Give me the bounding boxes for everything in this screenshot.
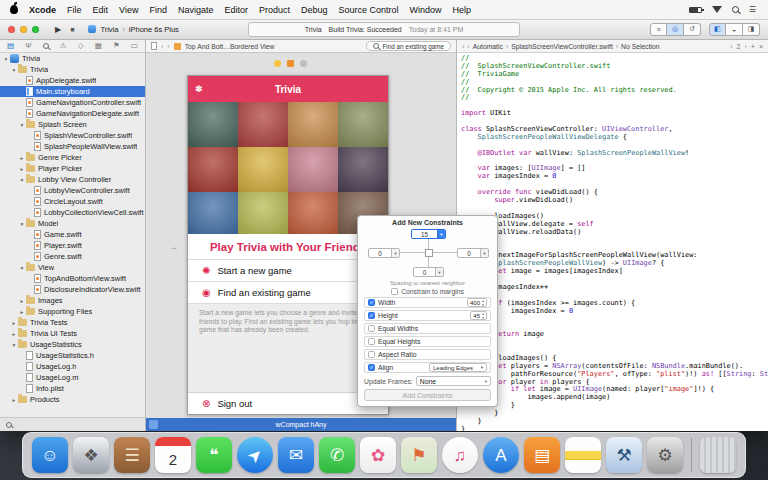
add-assistant-icon[interactable]: + xyxy=(751,43,755,50)
disclosure-icon[interactable]: ▾ xyxy=(10,342,18,348)
constraint-option-width[interactable]: ✓Width400▴ ▾ xyxy=(364,297,491,308)
apple-menu-icon[interactable] xyxy=(10,5,18,14)
menu-item-product[interactable]: Product xyxy=(259,5,290,15)
dock-facetime-icon[interactable]: ✆ xyxy=(319,437,355,473)
tree-item-trivia-tests[interactable]: ▸Trivia Tests xyxy=(0,317,145,328)
tree-item-lobbycollectionviewcell-swift[interactable]: LobbyCollectionViewCell.swift xyxy=(0,207,145,218)
constraint-option-equal-heights[interactable]: Equal Heights xyxy=(364,336,491,347)
wifi-icon[interactable] xyxy=(712,6,722,13)
checkbox-icon[interactable]: ✓ xyxy=(368,312,375,319)
jumpbar-scope[interactable]: Automatic xyxy=(473,43,503,50)
photo-wall[interactable] xyxy=(188,102,388,234)
disclosure-icon[interactable]: ▸ xyxy=(10,331,18,337)
tree-item-splashviewcontroller-swift[interactable]: SplashViewController.swift xyxy=(0,130,145,141)
checkbox-icon[interactable]: ✓ xyxy=(368,364,375,371)
dock-launchpad-icon[interactable]: ❖ xyxy=(73,437,109,473)
scene-nav-bar[interactable]: ✽ Trivia xyxy=(188,76,388,102)
tree-item-trivia-ui-tests[interactable]: ▸Trivia UI Tests xyxy=(0,328,145,339)
constraint-option-height[interactable]: ✓Height45▴ ▾ xyxy=(364,310,491,321)
value-stepper[interactable]: 45▴ ▾ xyxy=(470,311,487,320)
disclosure-icon[interactable]: ▸ xyxy=(10,320,18,326)
disclosure-icon[interactable]: ▾ xyxy=(10,67,18,73)
tree-item-info-plist[interactable]: Info.plist xyxy=(0,383,145,394)
menu-item-file[interactable]: File xyxy=(67,5,82,15)
menu-item-source-control[interactable]: Source Control xyxy=(339,5,399,15)
notification-icon[interactable]: ☰ xyxy=(749,6,756,14)
tree-item-splashpeoplewallview-swift[interactable]: SplashPeopleWallView.swift xyxy=(0,141,145,152)
size-class-trait-bar[interactable]: wCompact hAny xyxy=(146,418,456,431)
navigator-toggle-button[interactable]: ◧ xyxy=(709,23,726,36)
disclosure-icon[interactable]: ▾ xyxy=(18,177,26,183)
disclosure-icon[interactable]: ▸ xyxy=(10,397,18,403)
tests-icon[interactable]: ◇ xyxy=(78,42,84,50)
zoom-window-button[interactable] xyxy=(32,26,39,33)
dock-contacts-icon[interactable]: ☰ xyxy=(114,437,150,473)
chevron-down-icon[interactable]: ▾ xyxy=(435,268,443,276)
disclosure-icon[interactable]: ▸ xyxy=(18,298,26,304)
constraint-option-equal-widths[interactable]: Equal Widths xyxy=(364,323,491,334)
stop-button[interactable]: ■ xyxy=(70,26,74,33)
trailing-spacing-field[interactable]: 0 ▾ xyxy=(457,248,489,258)
tree-item-player-picker[interactable]: ▸Player Picker xyxy=(0,163,145,174)
assistant-editor-button[interactable]: ◎ xyxy=(667,23,684,36)
dock-messages-icon[interactable]: ❝ xyxy=(196,437,232,473)
breadcrumb[interactable]: Top And Bott…Bordered View xyxy=(185,43,275,50)
menu-item-help[interactable]: Help xyxy=(453,5,472,15)
tree-item-trivia[interactable]: ▾Trivia xyxy=(0,53,145,64)
tree-item-view[interactable]: ▾View xyxy=(0,262,145,273)
disclosure-icon[interactable]: ▸ xyxy=(18,166,26,172)
forward-chevron-icon[interactable]: › xyxy=(467,43,469,50)
chevron-down-icon[interactable]: ▾ xyxy=(437,230,445,238)
spotlight-icon[interactable] xyxy=(732,6,739,13)
dock-finder-icon[interactable]: ☺ xyxy=(32,437,68,473)
update-frames-dropdown[interactable]: None ▾ xyxy=(416,376,491,386)
tree-item-products[interactable]: ▸Products xyxy=(0,394,145,405)
tree-item-usagestatistics[interactable]: ▾UsageStatistics xyxy=(0,339,145,350)
menu-item-navigate[interactable]: Navigate xyxy=(178,5,214,15)
tree-item-disclosureindicatorview-swift[interactable]: DisclosureIndicatorView.swift xyxy=(0,284,145,295)
find-field[interactable]: Find an existing game xyxy=(366,41,451,51)
tree-item-main-storyboard[interactable]: Main.storyboard xyxy=(0,86,145,97)
dock-photos-icon[interactable]: ✿ xyxy=(360,437,396,473)
dock-ibooks-icon[interactable]: ▤ xyxy=(524,437,560,473)
first-responder-icon[interactable] xyxy=(287,60,294,67)
debug-area-toggle-button[interactable]: ◒ xyxy=(726,23,743,36)
dock-maps-icon[interactable]: ⚑ xyxy=(401,437,437,473)
code-area[interactable]: //// SplashScreenViewController.swift// … xyxy=(457,53,768,431)
disclosure-icon[interactable]: ▾ xyxy=(18,221,26,227)
dock-app-store-icon[interactable]: A xyxy=(483,437,519,473)
menu-item-find[interactable]: Find xyxy=(149,5,167,15)
dock-xcode-icon[interactable]: ⚒ xyxy=(606,437,642,473)
checkbox-icon[interactable] xyxy=(368,338,375,345)
stepper-arrows-icon[interactable]: ▴ ▾ xyxy=(482,312,484,319)
menu-app-name[interactable]: Xcode xyxy=(29,5,56,15)
option-dropdown[interactable]: Leading Edges▾ xyxy=(429,363,487,372)
issues-icon[interactable]: ⚠ xyxy=(60,42,67,50)
dock-trash-icon[interactable] xyxy=(700,437,736,473)
version-editor-button[interactable]: ↺ xyxy=(684,23,701,36)
dock-system-preferences-icon[interactable]: ⚙ xyxy=(647,437,683,473)
tree-item-supporting-files[interactable]: ▸Supporting Files xyxy=(0,306,145,317)
disclosure-icon[interactable]: ▾ xyxy=(18,265,26,271)
bottom-spacing-field[interactable]: 0 ▾ xyxy=(413,267,444,277)
back-chevron-icon[interactable]: ‹ xyxy=(462,43,464,50)
dock-calendar-icon[interactable]: 2 xyxy=(155,437,191,473)
back-chevron-icon[interactable]: ‹ xyxy=(161,43,163,50)
add-constraints-button[interactable]: Add Constraints xyxy=(364,389,491,401)
top-spacing-field[interactable]: 15 ▾ xyxy=(411,229,446,239)
standard-editor-button[interactable]: ≡ xyxy=(650,23,667,36)
menu-item-window[interactable]: Window xyxy=(410,5,442,15)
constrain-to-margins-row[interactable]: Constrain to margins xyxy=(358,288,497,295)
checkbox-icon[interactable]: ✓ xyxy=(368,299,375,306)
leading-spacing-field[interactable]: 0 ▾ xyxy=(368,248,400,258)
constraint-option-align[interactable]: ✓AlignLeading Edges▾ xyxy=(364,362,491,373)
value-stepper[interactable]: 400▴ ▾ xyxy=(467,298,487,307)
jumpbar-selection[interactable]: No Selection xyxy=(621,43,660,50)
breakpoints-icon[interactable]: ⚑ xyxy=(113,42,120,50)
tree-item-trivia[interactable]: ▾Trivia xyxy=(0,64,145,75)
previous-counterpart-icon[interactable]: ‹ xyxy=(730,43,732,50)
reports-icon[interactable]: ▭ xyxy=(131,42,138,50)
disclosure-icon[interactable]: ▾ xyxy=(18,122,26,128)
tree-item-lobbyviewcontroller-swift[interactable]: LobbyViewController.swift xyxy=(0,185,145,196)
disclosure-icon[interactable]: ▾ xyxy=(2,56,10,62)
